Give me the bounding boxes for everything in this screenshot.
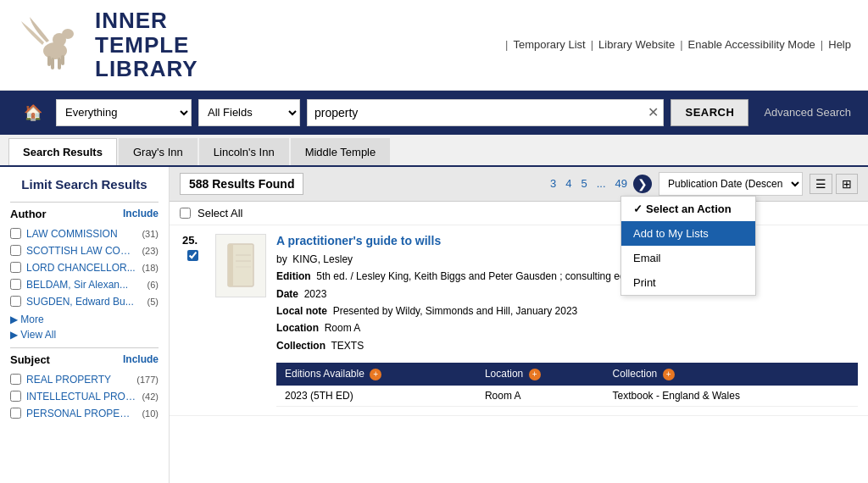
sort-select[interactable]: Publication Date (Descen Title (A-Z) Aut…	[659, 172, 803, 196]
advanced-search-link[interactable]: Advanced Search	[764, 106, 851, 119]
facet-author-include[interactable]: Include	[123, 208, 159, 219]
facet-checkbox-author-2[interactable]	[10, 262, 21, 273]
facet-viewall-author[interactable]: ▶ View All	[10, 329, 159, 341]
svg-rect-6	[61, 55, 64, 65]
editions-col-collection: Collection +	[604, 363, 858, 386]
temporary-list-link[interactable]: Temporary List	[513, 38, 585, 51]
accessibility-mode-link[interactable]: Enable Accessibility Mode	[688, 38, 815, 51]
facet-label-author-3[interactable]: BELDAM, Sir Alexan...	[26, 279, 142, 291]
facet-label-author-1[interactable]: SCOTTISH LAW COM...	[26, 245, 136, 257]
tab-search-results[interactable]: Search Results	[8, 138, 117, 165]
tab-lincolns-inn[interactable]: Lincoln's Inn	[199, 138, 289, 165]
action-item-addtolists[interactable]: Add to My Lists	[621, 221, 755, 246]
results-area: 588 Results Found ✓ Select an Action Add…	[170, 167, 868, 483]
facet-checkbox-author-3[interactable]	[10, 279, 21, 290]
search-button[interactable]: SEARCH	[670, 99, 748, 126]
facet-count-author-0: (31)	[142, 229, 159, 239]
facet-label-subject-0[interactable]: REAL PROPERTY	[26, 374, 131, 386]
result-thumbnail	[215, 234, 266, 297]
tabs-bar: Search Results Gray's Inn Lincoln's Inn …	[0, 135, 868, 167]
facet-count-author-3: (6)	[147, 280, 159, 290]
facet-checkbox-author-0[interactable]	[10, 228, 21, 239]
svg-point-2	[62, 29, 74, 39]
logo-icon	[17, 13, 85, 76]
page-num-5[interactable]: 5	[577, 175, 590, 192]
location-label: Location	[276, 322, 319, 334]
sidebar: Limit Search Results Author Include LAW …	[0, 167, 170, 483]
search-input[interactable]	[307, 99, 664, 126]
editions-cell-edition-0: 2023 (5TH ED)	[276, 386, 476, 407]
list-view-button[interactable]: ☰	[810, 174, 832, 194]
facet-subject-include[interactable]: Include	[123, 353, 159, 365]
action-dropdown-menu: ✓ Select an Action Add to My Lists Email…	[620, 196, 756, 296]
tab-grays-inn[interactable]: Gray's Inn	[119, 138, 198, 165]
facet-checkbox-subject-0[interactable]	[10, 374, 21, 385]
page-num-4[interactable]: 4	[562, 175, 575, 192]
facet-author-label: Author	[10, 208, 47, 220]
editions-row-0: 2023 (5TH ED) Room A Textbook - England …	[276, 386, 858, 407]
action-item-email[interactable]: Email	[621, 246, 755, 270]
result-meta-0: by KING, Lesley Edition 5th ed. / Lesley…	[276, 251, 858, 354]
result-localnote-0: Presented by Wildy, Simmonds and Hill, J…	[333, 305, 578, 317]
facet-count-subject-0: (177)	[136, 375, 159, 385]
results-count: 588 Results Found	[180, 173, 303, 195]
facet-label-author-4[interactable]: SUGDEN, Edward Bu...	[26, 296, 142, 308]
clear-search-button[interactable]: ✕	[648, 104, 659, 120]
facet-item-author-3: BELDAM, Sir Alexan... (6)	[10, 276, 159, 293]
result-location-0: Room A	[325, 322, 361, 334]
facet-header-author: Author Include	[10, 202, 159, 225]
location-info-icon[interactable]: +	[529, 369, 541, 380]
editions-cell-collection-0: Textbook - England & Wales	[604, 386, 858, 407]
collection-info-icon[interactable]: +	[663, 369, 675, 380]
editions-col-location: Location +	[476, 363, 604, 386]
action-item-print[interactable]: Print	[621, 270, 755, 295]
library-name: INNER TEMPLE LIBRARY	[95, 8, 198, 81]
facet-item-subject-0: REAL PROPERTY (177)	[10, 371, 159, 388]
sidebar-title: Limit Search Results	[10, 177, 159, 192]
page-next-button[interactable]: ❯	[633, 175, 652, 193]
localnote-label: Local note	[276, 305, 327, 317]
date-label: Date	[276, 288, 298, 300]
page-num-3[interactable]: 3	[547, 175, 559, 192]
svg-rect-3	[51, 58, 54, 69]
facet-more-author[interactable]: ▶ More	[10, 314, 159, 325]
collection-label: Collection	[276, 340, 326, 352]
select-all-label[interactable]: Select All	[198, 207, 242, 219]
facet-item-subject-1: INTELLECTUAL PROP... (42)	[10, 388, 159, 405]
editions-col-edition: Editions Available +	[276, 363, 476, 386]
facet-item-author-4: SUGDEN, Edward Bu... (5)	[10, 293, 159, 310]
facet-label-author-2[interactable]: LORD CHANCELLOR...	[26, 262, 136, 274]
facet-label-author-0[interactable]: LAW COMMISSION	[26, 228, 136, 240]
facet-count-author-2: (18)	[142, 263, 159, 273]
svg-rect-4	[58, 58, 61, 69]
facet-subject-label: Subject	[10, 353, 50, 366]
facet-checkbox-subject-1[interactable]	[10, 391, 21, 402]
facet-checkbox-author-1[interactable]	[10, 245, 21, 256]
edition-label: Edition	[276, 270, 311, 282]
main-layout: Limit Search Results Author Include LAW …	[0, 167, 868, 483]
page-header: INNER TEMPLE LIBRARY | Temporary List | …	[0, 0, 868, 91]
by-label: by	[276, 253, 287, 265]
library-website-link[interactable]: Library Website	[598, 38, 675, 51]
table-row: 25. A practitioner's guide to wills by K…	[170, 225, 868, 416]
facet-item-author-2: LORD CHANCELLOR... (18)	[10, 259, 159, 276]
facet-count-author-1: (23)	[142, 246, 159, 256]
help-link[interactable]: Help	[828, 38, 851, 51]
facet-checkbox-author-4[interactable]	[10, 296, 21, 307]
result-checkbox-0[interactable]	[187, 250, 198, 261]
select-all-checkbox[interactable]	[180, 208, 191, 219]
page-num-49[interactable]: 49	[612, 175, 631, 192]
editions-info-icon[interactable]: +	[370, 369, 381, 380]
facet-checkbox-subject-2[interactable]	[10, 408, 21, 419]
facet-label-subject-2[interactable]: PERSONAL PROPERTY	[26, 408, 136, 419]
facet-label-subject-1[interactable]: INTELLECTUAL PROP...	[26, 391, 136, 402]
result-title-0[interactable]: A practitioner's guide to wills	[276, 234, 441, 247]
result-author-0: KING, Lesley	[292, 253, 353, 265]
scope-select[interactable]: Everything This Institution	[56, 99, 192, 126]
grid-view-button[interactable]: ⊞	[836, 174, 858, 194]
field-select[interactable]: All Fields Title Author Subject	[198, 99, 300, 126]
home-button[interactable]: 🏠	[17, 100, 49, 125]
result-details-0: A practitioner's guide to wills by KING,…	[276, 234, 858, 407]
tab-middle-temple[interactable]: Middle Temple	[291, 138, 391, 165]
action-item-select[interactable]: ✓ Select an Action	[621, 197, 755, 221]
